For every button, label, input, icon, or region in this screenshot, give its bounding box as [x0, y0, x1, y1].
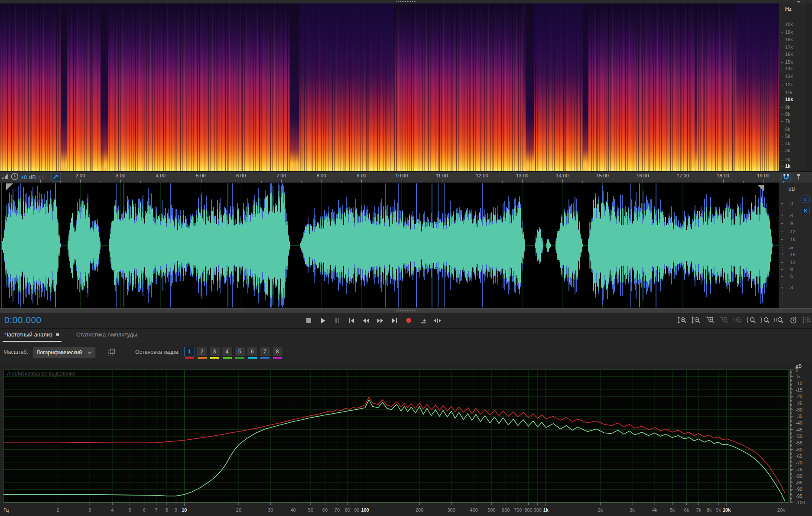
- frequency-label: 18k: [785, 37, 793, 42]
- chart-canvas: 2345678910203040506070809010020030040050…: [0, 362, 812, 516]
- level-meter-icon[interactable]: [2, 173, 9, 181]
- fast-forward-button[interactable]: [375, 315, 385, 326]
- freeze-frame-button-4[interactable]: 4: [222, 347, 233, 356]
- timeline-tick: [442, 180, 442, 183]
- timeline-label: 18:00: [717, 173, 729, 178]
- svg-text:-95: -95: [796, 493, 802, 499]
- playhead-line[interactable]: [1, 183, 2, 308]
- zoom-out-horizontal-button[interactable]: [718, 315, 730, 326]
- freeze-frame-button-8[interactable]: 8: [272, 347, 283, 356]
- scale-tick: [781, 77, 783, 77]
- frequency-label: 14k: [785, 66, 793, 71]
- scale-tick: [781, 160, 783, 160]
- frequency-analysis-chart[interactable]: 2345678910203040506070809010020030040050…: [0, 362, 812, 516]
- snap-toggle-button[interactable]: [781, 173, 791, 182]
- loop-playback-button[interactable]: [418, 315, 428, 326]
- go-to-start-button[interactable]: [346, 315, 357, 326]
- channel-badge-l[interactable]: L: [802, 196, 810, 203]
- waveform-display[interactable]: [0, 183, 779, 308]
- tab-menu-icon[interactable]: ≡: [56, 331, 59, 338]
- frequency-label: 12k: [785, 82, 793, 87]
- spectrogram-quiet-section: [293, 3, 394, 171]
- pin-arrow-button[interactable]: [51, 173, 61, 182]
- zoom-full-button[interactable]: [802, 315, 812, 326]
- zoom-out-point-button[interactable]: }: [760, 315, 771, 326]
- separator: [48, 174, 48, 181]
- zoom-in-point-button[interactable]: {: [746, 315, 757, 326]
- record-button[interactable]: [403, 315, 414, 326]
- freeze-frame-button-2[interactable]: 2: [197, 347, 208, 356]
- scale-tick: [781, 93, 783, 93]
- frequency-label: 3k: [785, 148, 790, 153]
- frequency-label: 19k: [785, 29, 793, 35]
- timeline-label: 5:00: [196, 173, 205, 178]
- spectrogram-display[interactable]: [0, 3, 779, 171]
- svg-text:60: 60: [322, 507, 328, 513]
- svg-text:9: 9: [175, 507, 177, 513]
- db-label: -9: [789, 221, 793, 226]
- frequency-label: 2k: [785, 157, 790, 162]
- tab-amplitude-statistics[interactable]: Статистика Амплитуды: [76, 331, 137, 338]
- svg-text:8k: 8k: [707, 507, 712, 513]
- zoom-reset-button[interactable]: [732, 315, 744, 326]
- svg-text:}: }: [760, 317, 762, 323]
- timeline-label: 15:00: [596, 173, 609, 178]
- frequency-label: 17k: [785, 45, 793, 50]
- scale-tick: [781, 114, 783, 115]
- trace-color-strip: [210, 357, 219, 359]
- copy-frame-icon[interactable]: [108, 349, 115, 356]
- frequency-scale-unit: Hz: [785, 6, 792, 12]
- panel-divider-grip[interactable]: [396, 1, 416, 3]
- zoom-selection-button[interactable]: {}: [774, 315, 785, 326]
- chevron-down-icon: [88, 351, 92, 354]
- db-label: -12: [789, 260, 796, 265]
- waveform-image: [0, 183, 779, 308]
- selection-end-handle[interactable]: [757, 185, 764, 192]
- channel-badge-k[interactable]: K: [802, 207, 810, 214]
- panel-menu-icon[interactable]: [796, 1, 801, 3]
- timeline-tick: [562, 180, 563, 183]
- svg-text:-40: -40: [796, 420, 802, 425]
- scale-tick: [781, 108, 783, 108]
- zoom-timed-button[interactable]: [788, 315, 799, 326]
- tab-frequency-analysis[interactable]: Частотный анализ ≡: [4, 331, 59, 338]
- scale-tick: [781, 40, 783, 40]
- db-label: -18: [789, 237, 796, 242]
- scale-tick: [781, 144, 783, 144]
- freeze-frame-button-3[interactable]: 3: [209, 347, 220, 356]
- zoom-toolbar: {}{}: [677, 315, 812, 326]
- zoom-in-horizontal-button[interactable]: [705, 315, 716, 326]
- amplitude-scale: dB -3-6-9-12-18-∞-18-12-9-6-3LK: [779, 183, 812, 308]
- rewind-button[interactable]: [361, 315, 371, 326]
- pause-button[interactable]: [332, 315, 342, 326]
- freeze-frame-button-1[interactable]: 1: [184, 347, 195, 356]
- zoom-out-vertical-button[interactable]: [691, 315, 702, 326]
- timeline-ruler[interactable]: +0 dB 1:0 2:003:004:005:006:007:008:009:…: [0, 171, 812, 183]
- scale-dropdown[interactable]: Логарифмический: [32, 347, 96, 358]
- svg-text:{}: {}: [774, 317, 777, 322]
- pushpin-icon: [796, 173, 801, 182]
- divider-grip[interactable]: [396, 310, 416, 312]
- freeze-frame-button-5[interactable]: 5: [234, 347, 245, 356]
- skip-selection-button[interactable]: [432, 315, 442, 326]
- frequency-label: 1k: [785, 163, 790, 169]
- svg-text:-25: -25: [796, 401, 802, 406]
- stop-button[interactable]: [303, 315, 314, 326]
- go-to-end-button[interactable]: [389, 315, 400, 326]
- transport-bar: 0:00.000 {}{}: [0, 313, 812, 329]
- zoom-in-vertical-button[interactable]: [677, 315, 688, 326]
- frequency-label: 16k: [785, 52, 793, 57]
- freeze-frame-button-7[interactable]: 7: [260, 347, 270, 356]
- scale-tick: [781, 167, 783, 167]
- clock-icon[interactable]: [11, 173, 19, 182]
- scale-tick: [781, 287, 783, 288]
- gain-unit: dB: [29, 174, 36, 180]
- time-display[interactable]: 0:00.000: [4, 315, 42, 325]
- play-button[interactable]: [318, 315, 328, 326]
- svg-text:-55: -55: [796, 440, 802, 445]
- freeze-frame-button-6[interactable]: 6: [247, 347, 258, 356]
- marker-pin-button[interactable]: [794, 173, 803, 181]
- svg-text:70: 70: [335, 507, 340, 513]
- selection-start-handle[interactable]: [6, 183, 13, 190]
- timeline-tick: [322, 180, 322, 183]
